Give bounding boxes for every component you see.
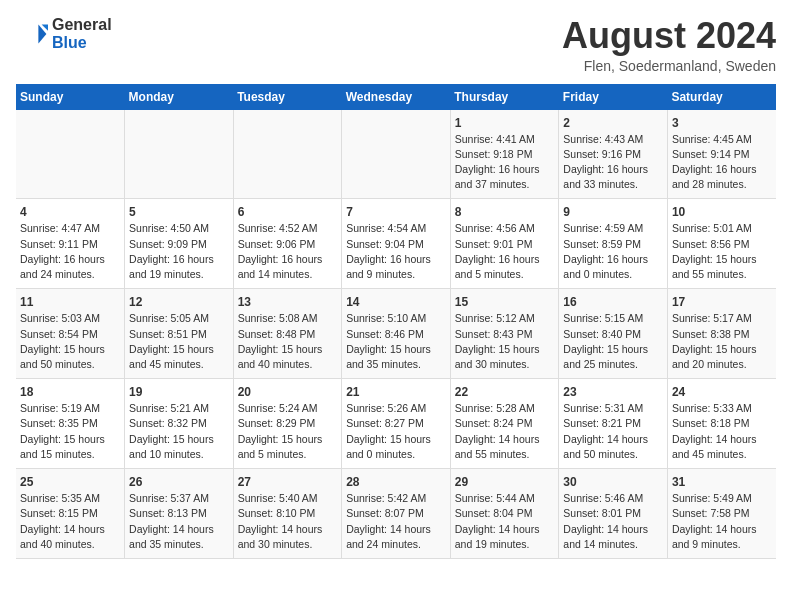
day-number: 9 — [563, 205, 663, 219]
calendar-cell: 3Sunrise: 4:45 AM Sunset: 9:14 PM Daylig… — [667, 110, 776, 199]
title-block: August 2024 Flen, Soedermanland, Sweden — [562, 16, 776, 74]
calendar-cell — [16, 110, 125, 199]
day-number: 3 — [672, 116, 772, 130]
day-info: Sunrise: 4:59 AM Sunset: 8:59 PM Dayligh… — [563, 221, 663, 282]
day-number: 23 — [563, 385, 663, 399]
logo-blue: Blue — [52, 34, 112, 52]
calendar-cell: 18Sunrise: 5:19 AM Sunset: 8:35 PM Dayli… — [16, 379, 125, 469]
day-info: Sunrise: 5:37 AM Sunset: 8:13 PM Dayligh… — [129, 491, 229, 552]
calendar-cell — [125, 110, 234, 199]
logo-general: General — [52, 16, 112, 34]
day-info: Sunrise: 4:43 AM Sunset: 9:16 PM Dayligh… — [563, 132, 663, 193]
calendar-week-row: 25Sunrise: 5:35 AM Sunset: 8:15 PM Dayli… — [16, 469, 776, 559]
day-info: Sunrise: 4:50 AM Sunset: 9:09 PM Dayligh… — [129, 221, 229, 282]
day-number: 30 — [563, 475, 663, 489]
logo-icon — [16, 18, 48, 50]
day-info: Sunrise: 5:24 AM Sunset: 8:29 PM Dayligh… — [238, 401, 338, 462]
calendar-week-row: 1Sunrise: 4:41 AM Sunset: 9:18 PM Daylig… — [16, 110, 776, 199]
calendar-cell: 23Sunrise: 5:31 AM Sunset: 8:21 PM Dayli… — [559, 379, 668, 469]
calendar-cell: 30Sunrise: 5:46 AM Sunset: 8:01 PM Dayli… — [559, 469, 668, 559]
day-of-week-header: Saturday — [667, 84, 776, 110]
month-title: August 2024 — [562, 16, 776, 56]
calendar-cell: 12Sunrise: 5:05 AM Sunset: 8:51 PM Dayli… — [125, 289, 234, 379]
day-info: Sunrise: 5:35 AM Sunset: 8:15 PM Dayligh… — [20, 491, 120, 552]
day-info: Sunrise: 5:05 AM Sunset: 8:51 PM Dayligh… — [129, 311, 229, 372]
day-info: Sunrise: 4:52 AM Sunset: 9:06 PM Dayligh… — [238, 221, 338, 282]
day-number: 20 — [238, 385, 338, 399]
calendar-cell: 31Sunrise: 5:49 AM Sunset: 7:58 PM Dayli… — [667, 469, 776, 559]
day-number: 26 — [129, 475, 229, 489]
day-info: Sunrise: 5:21 AM Sunset: 8:32 PM Dayligh… — [129, 401, 229, 462]
day-info: Sunrise: 5:33 AM Sunset: 8:18 PM Dayligh… — [672, 401, 772, 462]
calendar-cell: 27Sunrise: 5:40 AM Sunset: 8:10 PM Dayli… — [233, 469, 342, 559]
calendar-cell: 26Sunrise: 5:37 AM Sunset: 8:13 PM Dayli… — [125, 469, 234, 559]
day-number: 29 — [455, 475, 555, 489]
day-number: 10 — [672, 205, 772, 219]
calendar-cell — [233, 110, 342, 199]
day-number: 4 — [20, 205, 120, 219]
day-info: Sunrise: 5:49 AM Sunset: 7:58 PM Dayligh… — [672, 491, 772, 552]
day-number: 7 — [346, 205, 446, 219]
day-number: 15 — [455, 295, 555, 309]
calendar-cell: 14Sunrise: 5:10 AM Sunset: 8:46 PM Dayli… — [342, 289, 451, 379]
day-number: 22 — [455, 385, 555, 399]
days-of-week-row: SundayMondayTuesdayWednesdayThursdayFrid… — [16, 84, 776, 110]
calendar-cell: 2Sunrise: 4:43 AM Sunset: 9:16 PM Daylig… — [559, 110, 668, 199]
day-info: Sunrise: 5:26 AM Sunset: 8:27 PM Dayligh… — [346, 401, 446, 462]
calendar-cell: 20Sunrise: 5:24 AM Sunset: 8:29 PM Dayli… — [233, 379, 342, 469]
day-number: 16 — [563, 295, 663, 309]
day-number: 14 — [346, 295, 446, 309]
day-number: 5 — [129, 205, 229, 219]
day-number: 31 — [672, 475, 772, 489]
day-number: 17 — [672, 295, 772, 309]
calendar-cell: 29Sunrise: 5:44 AM Sunset: 8:04 PM Dayli… — [450, 469, 559, 559]
day-info: Sunrise: 4:54 AM Sunset: 9:04 PM Dayligh… — [346, 221, 446, 282]
calendar-cell — [342, 110, 451, 199]
calendar-cell: 4Sunrise: 4:47 AM Sunset: 9:11 PM Daylig… — [16, 199, 125, 289]
logo-text: General Blue — [52, 16, 112, 51]
calendar-cell: 9Sunrise: 4:59 AM Sunset: 8:59 PM Daylig… — [559, 199, 668, 289]
calendar-week-row: 4Sunrise: 4:47 AM Sunset: 9:11 PM Daylig… — [16, 199, 776, 289]
day-number: 6 — [238, 205, 338, 219]
day-info: Sunrise: 4:41 AM Sunset: 9:18 PM Dayligh… — [455, 132, 555, 193]
day-info: Sunrise: 5:15 AM Sunset: 8:40 PM Dayligh… — [563, 311, 663, 372]
calendar-cell: 19Sunrise: 5:21 AM Sunset: 8:32 PM Dayli… — [125, 379, 234, 469]
calendar-cell: 22Sunrise: 5:28 AM Sunset: 8:24 PM Dayli… — [450, 379, 559, 469]
calendar-cell: 13Sunrise: 5:08 AM Sunset: 8:48 PM Dayli… — [233, 289, 342, 379]
calendar-cell: 5Sunrise: 4:50 AM Sunset: 9:09 PM Daylig… — [125, 199, 234, 289]
day-number: 11 — [20, 295, 120, 309]
day-of-week-header: Friday — [559, 84, 668, 110]
day-number: 13 — [238, 295, 338, 309]
calendar-cell: 7Sunrise: 4:54 AM Sunset: 9:04 PM Daylig… — [342, 199, 451, 289]
day-info: Sunrise: 4:47 AM Sunset: 9:11 PM Dayligh… — [20, 221, 120, 282]
calendar-cell: 21Sunrise: 5:26 AM Sunset: 8:27 PM Dayli… — [342, 379, 451, 469]
day-number: 18 — [20, 385, 120, 399]
day-number: 1 — [455, 116, 555, 130]
location: Flen, Soedermanland, Sweden — [562, 58, 776, 74]
day-info: Sunrise: 5:01 AM Sunset: 8:56 PM Dayligh… — [672, 221, 772, 282]
day-of-week-header: Monday — [125, 84, 234, 110]
day-number: 24 — [672, 385, 772, 399]
calendar-table: SundayMondayTuesdayWednesdayThursdayFrid… — [16, 84, 776, 559]
day-of-week-header: Wednesday — [342, 84, 451, 110]
calendar-cell: 1Sunrise: 4:41 AM Sunset: 9:18 PM Daylig… — [450, 110, 559, 199]
calendar-cell: 17Sunrise: 5:17 AM Sunset: 8:38 PM Dayli… — [667, 289, 776, 379]
calendar-week-row: 18Sunrise: 5:19 AM Sunset: 8:35 PM Dayli… — [16, 379, 776, 469]
day-info: Sunrise: 5:17 AM Sunset: 8:38 PM Dayligh… — [672, 311, 772, 372]
day-info: Sunrise: 5:08 AM Sunset: 8:48 PM Dayligh… — [238, 311, 338, 372]
day-info: Sunrise: 5:44 AM Sunset: 8:04 PM Dayligh… — [455, 491, 555, 552]
day-number: 27 — [238, 475, 338, 489]
day-info: Sunrise: 4:45 AM Sunset: 9:14 PM Dayligh… — [672, 132, 772, 193]
day-info: Sunrise: 5:46 AM Sunset: 8:01 PM Dayligh… — [563, 491, 663, 552]
calendar-cell: 24Sunrise: 5:33 AM Sunset: 8:18 PM Dayli… — [667, 379, 776, 469]
calendar-body: 1Sunrise: 4:41 AM Sunset: 9:18 PM Daylig… — [16, 110, 776, 559]
day-number: 28 — [346, 475, 446, 489]
day-of-week-header: Sunday — [16, 84, 125, 110]
day-number: 19 — [129, 385, 229, 399]
day-number: 25 — [20, 475, 120, 489]
calendar-cell: 11Sunrise: 5:03 AM Sunset: 8:54 PM Dayli… — [16, 289, 125, 379]
calendar-cell: 6Sunrise: 4:52 AM Sunset: 9:06 PM Daylig… — [233, 199, 342, 289]
day-of-week-header: Tuesday — [233, 84, 342, 110]
day-info: Sunrise: 4:56 AM Sunset: 9:01 PM Dayligh… — [455, 221, 555, 282]
day-number: 12 — [129, 295, 229, 309]
